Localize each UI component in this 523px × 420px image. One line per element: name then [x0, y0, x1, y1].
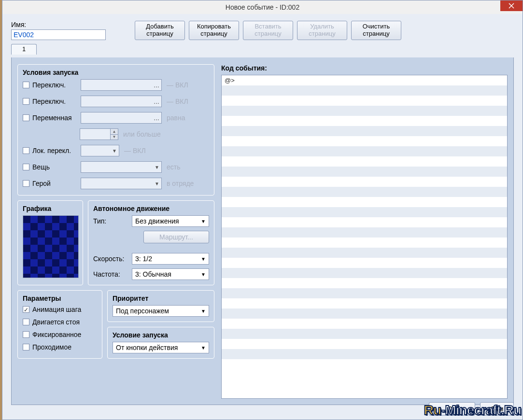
fixed-dir-checkbox[interactable] — [23, 331, 29, 338]
code-label: Код события: — [221, 64, 508, 72]
code-row[interactable] — [222, 298, 507, 308]
automove-group: Автономное движение Тип: Без движения▼ М… — [88, 200, 214, 285]
priority-combo[interactable]: Под персонажем▼ — [113, 305, 209, 317]
variable-value-spinner[interactable]: ▲▼ — [80, 128, 118, 140]
code-row[interactable] — [222, 248, 507, 258]
switch2-checkbox[interactable] — [23, 98, 29, 105]
through-label: Проходимое — [32, 343, 71, 351]
item-label: Вещь — [32, 163, 78, 171]
item-suffix: есть — [167, 163, 181, 171]
code-row[interactable] — [222, 96, 507, 106]
switch1-suffix: — ВКЛ — [167, 81, 188, 89]
variable-label: Переменная — [32, 114, 78, 122]
item-checkbox[interactable] — [23, 164, 29, 170]
code-row[interactable] — [222, 238, 507, 248]
movetype-combo[interactable]: Без движения▼ — [132, 215, 209, 227]
route-button[interactable]: Маршрут... — [143, 231, 209, 243]
titlebar: Новое событие - ID:002 — [2, 0, 523, 14]
walk-anim-checkbox[interactable] — [23, 319, 29, 325]
actor-suffix: в отряде — [167, 180, 194, 187]
code-row[interactable] — [222, 268, 507, 278]
switch2-field[interactable]: ... — [81, 96, 162, 107]
code-row[interactable] — [222, 156, 507, 167]
speed-label: Скорость: — [93, 255, 129, 263]
step-anim-label: Анимация шага — [32, 306, 81, 313]
priority-title: Приоритет — [113, 294, 209, 302]
trigger-title: Условие запуска — [113, 331, 209, 339]
code-row[interactable] — [222, 146, 507, 156]
switch2-label: Переключ. — [32, 98, 78, 105]
name-input[interactable] — [11, 29, 106, 40]
add-page-button[interactable]: Добавить страницу — [135, 21, 185, 40]
code-row[interactable] — [222, 217, 507, 227]
actor-label: Герой — [32, 180, 78, 187]
code-row[interactable] — [222, 319, 507, 329]
selfswitch-combo[interactable]: ▼ — [81, 145, 119, 156]
selfswitch-label: Лок. перекл. — [32, 147, 78, 154]
tab-content: Условия запуска Переключ. ... — ВКЛ Пере… — [11, 57, 514, 405]
code-list[interactable]: @> — [221, 75, 508, 399]
actor-checkbox[interactable] — [23, 180, 29, 187]
close-button[interactable] — [500, 0, 523, 11]
selfswitch-checkbox[interactable] — [23, 147, 29, 154]
window: Новое событие - ID:002 Имя: Добавить стр… — [2, 0, 523, 420]
trigger-combo[interactable]: От кнопки действия▼ — [113, 342, 209, 353]
code-row[interactable]: @> — [222, 75, 507, 85]
code-row[interactable] — [222, 339, 507, 349]
code-row[interactable] — [222, 278, 507, 288]
code-row[interactable] — [222, 136, 507, 146]
code-row[interactable] — [222, 177, 507, 187]
graphic-group: Графика — [17, 200, 83, 285]
variable-field[interactable]: ... — [81, 112, 162, 124]
automove-title: Автономное движение — [93, 205, 209, 212]
conditions-group: Условия запуска Переключ. ... — ВКЛ Пере… — [17, 64, 214, 196]
page-tab-1[interactable]: 1 — [11, 44, 37, 55]
code-row[interactable] — [222, 227, 507, 238]
watermark: Ru-Minecraft.Ru — [424, 403, 521, 418]
freq-label: Частота: — [93, 270, 129, 278]
code-row[interactable] — [222, 288, 507, 298]
code-row[interactable] — [222, 85, 507, 96]
switch1-field[interactable]: ... — [81, 79, 162, 91]
trigger-group: Условие запуска От кнопки действия▼ — [107, 327, 214, 359]
step-anim-checkbox[interactable] — [23, 306, 29, 313]
through-checkbox[interactable] — [23, 344, 29, 350]
code-row[interactable] — [222, 258, 507, 268]
movetype-label: Тип: — [93, 217, 129, 225]
graphic-preview[interactable] — [23, 215, 79, 278]
paste-page-button[interactable]: Вставить страницу — [243, 21, 293, 40]
code-row[interactable] — [222, 187, 507, 197]
priority-group: Приоритет Под персонажем▼ — [107, 290, 214, 322]
conditions-title: Условия запуска — [23, 69, 209, 76]
code-row[interactable] — [222, 349, 507, 359]
speed-combo[interactable]: 3: 1/2▼ — [132, 253, 209, 265]
graphic-title: Графика — [23, 205, 78, 212]
selfswitch-suffix: — ВКЛ — [124, 147, 146, 154]
params-title: Параметры — [23, 294, 97, 302]
name-label: Имя: — [11, 21, 106, 28]
code-row[interactable] — [222, 207, 507, 217]
switch2-suffix: — ВКЛ — [167, 98, 188, 105]
code-row[interactable] — [222, 197, 507, 207]
code-row[interactable] — [222, 126, 507, 136]
item-combo[interactable]: ▼ — [81, 161, 162, 173]
code-row[interactable] — [222, 106, 507, 116]
freq-combo[interactable]: 3: Обычная▼ — [132, 268, 209, 280]
params-group: Параметры Анимация шага Двигается стоя Ф… — [17, 290, 102, 359]
window-title: Новое событие - ID:002 — [226, 3, 299, 11]
walk-anim-label: Двигается стоя — [32, 318, 80, 326]
variable-checkbox[interactable] — [23, 114, 29, 121]
fixed-dir-label: Фиксированное — [32, 331, 81, 338]
actor-combo[interactable]: ▼ — [81, 178, 162, 189]
code-row[interactable] — [222, 329, 507, 339]
code-row[interactable] — [222, 116, 507, 126]
variable-suffix: равна — [167, 114, 185, 122]
copy-page-button[interactable]: Копировать страницу — [189, 21, 239, 40]
close-icon — [509, 3, 514, 9]
code-row[interactable] — [222, 167, 507, 177]
variable-suffix2: или больше — [123, 130, 161, 138]
clear-page-button[interactable]: Очистить страницу — [351, 21, 401, 40]
switch1-checkbox[interactable] — [23, 82, 29, 88]
code-row[interactable] — [222, 308, 507, 319]
delete-page-button[interactable]: Удалить страницу — [297, 21, 347, 40]
